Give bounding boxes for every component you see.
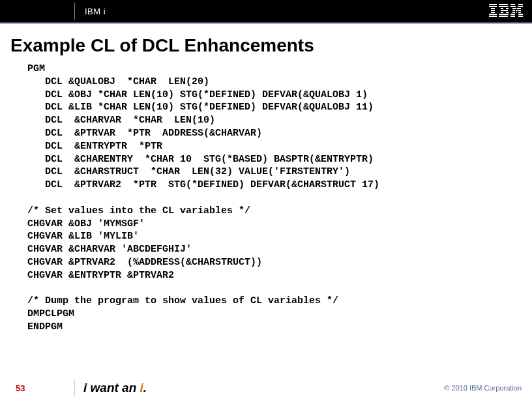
slide-header: IBM i	[0, 0, 532, 23]
svg-rect-16	[510, 4, 515, 5]
tagline: i want an i.	[83, 381, 147, 395]
svg-rect-2	[491, 8, 495, 9]
svg-rect-19	[518, 6, 523, 7]
svg-rect-14	[499, 14, 509, 15]
svg-rect-3	[491, 10, 495, 11]
svg-rect-23	[516, 10, 518, 11]
svg-rect-10	[506, 8, 509, 9]
svg-rect-0	[489, 4, 497, 5]
footer-divider	[74, 379, 75, 396]
svg-rect-24	[518, 10, 521, 11]
svg-rect-11	[501, 10, 508, 11]
svg-rect-17	[518, 4, 523, 5]
slide-footer: 53 i want an i. © 2010 IBM Corporation	[0, 377, 532, 399]
copyright-text: © 2010 IBM Corporation	[444, 384, 522, 392]
svg-rect-28	[510, 14, 515, 15]
svg-rect-26	[516, 12, 517, 13]
svg-rect-6	[489, 16, 497, 17]
page-number: 53	[16, 383, 25, 393]
svg-rect-31	[518, 16, 523, 17]
code-example: PGM DCL &QUALOBJ *CHAR LEN(20) DCL &OBJ …	[27, 63, 532, 334]
svg-rect-22	[512, 10, 515, 11]
svg-rect-25	[512, 12, 515, 13]
tagline-prefix: i want an	[83, 381, 140, 394]
svg-rect-27	[518, 12, 521, 13]
svg-rect-9	[501, 8, 503, 9]
header-section-label: IBM i	[85, 7, 106, 16]
svg-rect-13	[506, 12, 509, 13]
ibm-logo-icon	[489, 4, 523, 17]
svg-rect-8	[499, 6, 509, 7]
svg-rect-5	[489, 14, 497, 15]
svg-rect-7	[499, 4, 508, 5]
svg-rect-20	[512, 8, 516, 9]
svg-rect-30	[510, 16, 515, 17]
header-divider	[74, 3, 75, 20]
slide-title: Example CL of DCL Enhancements	[10, 35, 532, 56]
svg-rect-1	[489, 6, 497, 7]
svg-rect-12	[501, 12, 503, 13]
svg-rect-18	[510, 6, 516, 7]
svg-rect-29	[518, 14, 523, 15]
svg-rect-4	[491, 12, 495, 13]
tagline-suffix: .	[143, 381, 147, 394]
svg-rect-21	[517, 8, 521, 9]
svg-rect-15	[499, 16, 508, 17]
